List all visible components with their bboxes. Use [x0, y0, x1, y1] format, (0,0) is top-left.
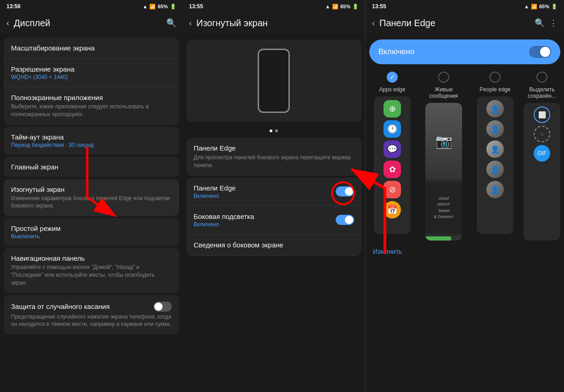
save-highlight-label: Выделить сохранён... [528, 86, 556, 99]
item-title-home: Главный экран [11, 163, 172, 171]
person-3: 👤 [486, 140, 504, 158]
menu-item-about[interactable]: Сведения о боковом экране [186, 235, 362, 256]
search-button-1[interactable]: 🔍 [166, 18, 176, 28]
person-1: 👤 [486, 100, 504, 118]
item-sub-timeout: Период бездействия · 30 секунд [11, 142, 172, 148]
apps-edge-label: Apps edge [379, 86, 405, 93]
back-button-1[interactable]: ‹ [6, 18, 9, 28]
side-light-toggle-row: Боковая подсветка Включено [194, 213, 355, 228]
people-edge-preview: 👤 👤 👤 👤 👤 [477, 96, 513, 234]
wifi-icon-2: ▲ [325, 4, 330, 9]
battery-icon-2: 🔋 [352, 4, 359, 10]
accidental-toggle-row: Защита от случайного касания [11, 302, 172, 312]
app-icon-5: ⊘ [384, 181, 401, 198]
battery-label-1: 65% [158, 4, 168, 9]
app-icon-1: ⊕ [384, 100, 401, 118]
item-title-resolution: Разрешение экрана [11, 65, 172, 73]
apps-edge-item[interactable]: ✓ Apps edge ⊕ 🕐 💬 ✿ ⊘ 📅 [369, 72, 415, 241]
wifi-icon-3: ▲ [524, 4, 529, 9]
highlight-icon-3: GIF [534, 145, 550, 162]
apps-edge-checkbox[interactable]: ✓ [387, 72, 398, 83]
menu-item-edge-panels[interactable]: Панели Edge Включено [186, 178, 362, 206]
people-edge-label: People edge [479, 86, 510, 93]
menu-item-resolution[interactable]: Разрешение экрана WQHD+ (3040 × 1440) [4, 59, 179, 87]
page-title-2: Изогнутый экран [197, 18, 359, 28]
live-msg-bar [425, 236, 462, 241]
item-sub-resolution: WQHD+ (3040 × 1440) [11, 74, 172, 80]
menu-group-curved: Изогнутый экран Изменение параметров бок… [4, 179, 179, 217]
menu-list-1: Масштабирование экрана Разрешение экрана… [0, 33, 183, 392]
time-3: 13:55 [372, 3, 386, 10]
enabled-toggle[interactable] [529, 46, 551, 58]
edge-panels-toggle[interactable] [336, 186, 354, 196]
back-button-2[interactable]: ‹ [189, 18, 192, 28]
search-button-3[interactable]: 🔍 [535, 18, 545, 28]
app-icon-4: ✿ [384, 161, 401, 178]
menu-item-easy[interactable]: Простой режим Выключить [4, 218, 179, 246]
enabled-bar: Включено [369, 39, 560, 64]
app-icon-3: 💬 [384, 140, 401, 158]
menu-group-nav: Навигационная панель Управляйте с помощь… [4, 248, 179, 293]
live-msg-text: GoodNIGHTSweet& Dreams! [425, 182, 462, 234]
live-messages-checkbox[interactable] [438, 72, 449, 83]
info-title: Панели Edge [194, 144, 355, 152]
edge-panels-info: Панели Edge Для просмотра панелей боково… [186, 138, 362, 176]
menu-group-top: Масштабирование экрана Разрешение экрана… [4, 38, 179, 125]
dot-2 [275, 129, 278, 132]
side-light-title: Боковая подсветка [194, 213, 254, 220]
save-highlight-checkbox[interactable] [536, 72, 547, 83]
people-edge-checkbox[interactable] [490, 72, 501, 83]
header-3: ‹ Панели Edge 🔍 ⋮ [366, 13, 564, 33]
accidental-toggle[interactable] [153, 302, 172, 312]
menu-item-side-light[interactable]: Боковая подсветка Включено [186, 206, 362, 235]
more-button-3[interactable]: ⋮ [549, 18, 558, 28]
dot-1 [270, 129, 272, 132]
battery-label-2: 65% [340, 4, 350, 9]
side-light-sub: Включено [194, 221, 254, 228]
modify-link[interactable]: Изменить [366, 244, 564, 259]
menu-item-timeout[interactable]: Тайм-аут экрана Период бездействия · 30 … [4, 127, 179, 155]
menu-item-curved[interactable]: Изогнутый экран Изменение параметров бок… [4, 179, 179, 217]
header-1: ‹ Дисплей 🔍 [0, 13, 183, 33]
item-desc-nav: Управляйте с помощью кнопок "Домой", "На… [11, 263, 172, 286]
status-bar-2: 13:55 ▲ 📶 65% 🔋 [183, 0, 366, 13]
phone-preview [186, 39, 362, 122]
menu-item-home[interactable]: Главный экран [4, 157, 179, 177]
status-bar-1: 13:56 ▲ 📶 65% 🔋 [0, 0, 183, 13]
highlight-icon-1: ⬜ [534, 106, 550, 123]
save-highlight-preview: ⬜ ○ GIF [524, 103, 560, 241]
person-3-img: 👤 [486, 140, 504, 158]
person-4: 👤 [486, 161, 504, 178]
signal-icon-2: 📶 [332, 4, 338, 10]
live-messages-item[interactable]: Живые сообщения 📷 GoodNIGHTSweet& Dreams… [421, 72, 467, 241]
people-edge-item[interactable]: People edge 👤 👤 👤 👤 👤 [472, 72, 518, 241]
menu-item-scale[interactable]: Масштабирование экрана [4, 38, 179, 59]
person-2: 👤 [486, 120, 504, 138]
edge-panels-text: Панели Edge Включено [194, 184, 236, 199]
status-icons-2: ▲ 📶 65% 🔋 [325, 4, 359, 10]
battery-icon-3: 🔋 [551, 4, 558, 10]
item-sub-easy: Выключить [11, 233, 172, 240]
highlight-icon-2: ○ [534, 126, 550, 142]
item-title-scale: Масштабирование экрана [11, 44, 172, 52]
accidental-text: Защита от случайного касания [11, 302, 110, 310]
menu-item-accidental[interactable]: Защита от случайного касания Предотвраще… [4, 295, 179, 335]
save-highlight-item[interactable]: Выделить сохранён... ⬜ ○ GIF [524, 72, 560, 241]
person-5: 👤 [486, 181, 504, 198]
side-light-toggle[interactable] [336, 215, 354, 225]
menu-item-fullscreen[interactable]: Полноэкранные приложения Выберите, какие… [4, 87, 179, 125]
item-title-fullscreen: Полноэкранные приложения [11, 94, 172, 101]
side-light-text: Боковая подсветка Включено [194, 213, 254, 228]
time-2: 13:55 [189, 3, 203, 10]
item-desc-accidental: Предотвращение случайного нажатия экрана… [11, 313, 172, 329]
menu-item-nav[interactable]: Навигационная панель Управляйте с помощь… [4, 248, 179, 293]
item-title-curved: Изогнутый экран [11, 185, 172, 193]
signal-icon: 📶 [149, 4, 156, 10]
app-icon-6: 📅 [384, 201, 401, 218]
content-2: Панели Edge Для просмотра панелей боково… [183, 33, 366, 392]
status-icons-1: ▲ 📶 65% 🔋 [143, 4, 176, 10]
apps-edge-preview: ⊕ 🕐 💬 ✿ ⊘ 📅 [374, 96, 411, 234]
back-button-3[interactable]: ‹ [372, 18, 375, 28]
info-desc: Для просмотра панелей бокового экрана пе… [194, 154, 355, 169]
edge-panels-list: ✓ Apps edge ⊕ 🕐 💬 ✿ ⊘ 📅 Живые сообщения … [366, 68, 564, 244]
